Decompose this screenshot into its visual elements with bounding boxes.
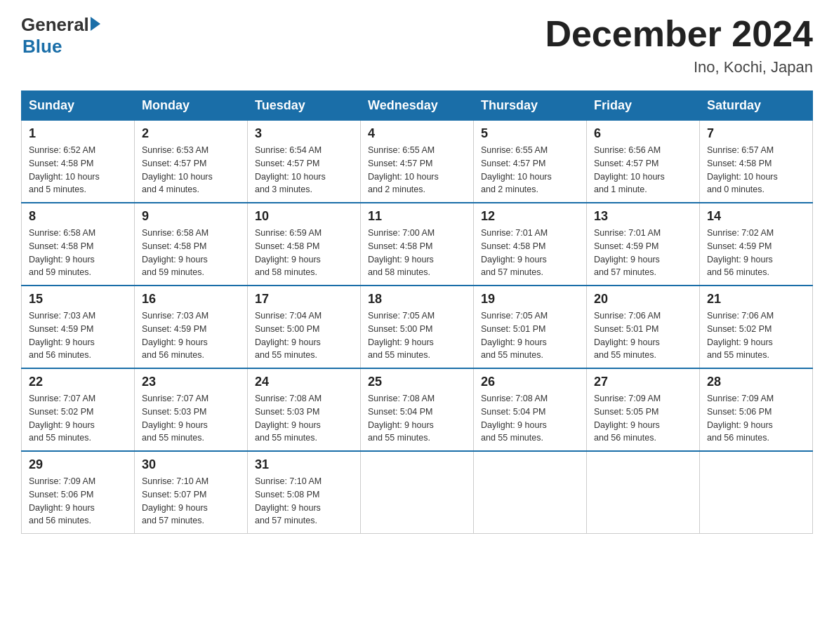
day-info: Sunrise: 6:56 AMSunset: 4:57 PMDaylight:… — [594, 144, 692, 196]
calendar-day-cell: 15Sunrise: 7:03 AMSunset: 4:59 PMDayligh… — [22, 286, 135, 368]
day-number: 1 — [29, 126, 127, 141]
day-info: Sunrise: 7:06 AMSunset: 5:02 PMDaylight:… — [707, 309, 805, 362]
day-info: Sunrise: 7:09 AMSunset: 5:06 PMDaylight:… — [29, 475, 127, 528]
calendar-day-cell: 14Sunrise: 7:02 AMSunset: 4:59 PMDayligh… — [700, 203, 813, 286]
day-info: Sunrise: 7:03 AMSunset: 4:59 PMDaylight:… — [29, 309, 127, 362]
day-info: Sunrise: 7:05 AMSunset: 5:01 PMDaylight:… — [481, 309, 579, 362]
day-number: 14 — [707, 209, 805, 224]
day-number: 25 — [368, 375, 466, 389]
day-number: 11 — [368, 209, 466, 224]
title-section: December 2024 Ino, Kochi, Japan — [545, 14, 813, 76]
day-number: 27 — [594, 375, 692, 389]
calendar-day-cell — [587, 451, 700, 534]
calendar-day-cell: 22Sunrise: 7:07 AMSunset: 5:02 PMDayligh… — [22, 368, 135, 451]
day-info: Sunrise: 7:04 AMSunset: 5:00 PMDaylight:… — [255, 309, 353, 362]
calendar-day-cell — [700, 451, 813, 534]
calendar-day-cell: 1Sunrise: 6:52 AMSunset: 4:58 PMDaylight… — [22, 121, 135, 203]
day-info: Sunrise: 7:00 AMSunset: 4:58 PMDaylight:… — [368, 227, 466, 279]
calendar-day-cell: 20Sunrise: 7:06 AMSunset: 5:01 PMDayligh… — [587, 286, 700, 368]
day-number: 9 — [142, 209, 240, 224]
day-info: Sunrise: 6:55 AMSunset: 4:57 PMDaylight:… — [368, 144, 466, 196]
calendar-day-cell: 21Sunrise: 7:06 AMSunset: 5:02 PMDayligh… — [700, 286, 813, 368]
day-number: 4 — [368, 126, 466, 141]
day-info: Sunrise: 7:05 AMSunset: 5:00 PMDaylight:… — [368, 309, 466, 362]
page-header: General Blue December 2024 Ino, Kochi, J… — [21, 14, 813, 76]
calendar-day-cell: 7Sunrise: 6:57 AMSunset: 4:58 PMDaylight… — [700, 121, 813, 203]
day-of-week-header: Saturday — [700, 91, 813, 121]
calendar-day-cell: 17Sunrise: 7:04 AMSunset: 5:00 PMDayligh… — [248, 286, 361, 368]
calendar-table: SundayMondayTuesdayWednesdayThursdayFrid… — [21, 90, 813, 534]
day-number: 8 — [29, 209, 127, 224]
day-number: 29 — [29, 457, 127, 472]
calendar-day-cell: 8Sunrise: 6:58 AMSunset: 4:58 PMDaylight… — [22, 203, 135, 286]
day-number: 6 — [594, 126, 692, 141]
day-info: Sunrise: 7:07 AMSunset: 5:03 PMDaylight:… — [142, 392, 240, 445]
calendar-day-cell: 2Sunrise: 6:53 AMSunset: 4:57 PMDaylight… — [135, 121, 248, 203]
day-info: Sunrise: 7:03 AMSunset: 4:59 PMDaylight:… — [142, 309, 240, 362]
calendar-day-cell: 3Sunrise: 6:54 AMSunset: 4:57 PMDaylight… — [248, 121, 361, 203]
day-info: Sunrise: 6:59 AMSunset: 4:58 PMDaylight:… — [255, 227, 353, 279]
calendar-week-row: 1Sunrise: 6:52 AMSunset: 4:58 PMDaylight… — [22, 121, 813, 203]
calendar-day-cell: 25Sunrise: 7:08 AMSunset: 5:04 PMDayligh… — [361, 368, 474, 451]
logo-general-text: General — [21, 14, 89, 36]
calendar-header-row: SundayMondayTuesdayWednesdayThursdayFrid… — [22, 91, 813, 121]
calendar-week-row: 8Sunrise: 6:58 AMSunset: 4:58 PMDaylight… — [22, 203, 813, 286]
day-number: 2 — [142, 126, 240, 141]
day-number: 10 — [255, 209, 353, 224]
calendar-day-cell: 16Sunrise: 7:03 AMSunset: 4:59 PMDayligh… — [135, 286, 248, 368]
day-info: Sunrise: 6:57 AMSunset: 4:58 PMDaylight:… — [707, 144, 805, 196]
day-info: Sunrise: 7:10 AMSunset: 5:08 PMDaylight:… — [255, 475, 353, 528]
day-info: Sunrise: 7:08 AMSunset: 5:03 PMDaylight:… — [255, 392, 353, 445]
day-number: 22 — [29, 375, 127, 389]
calendar-day-cell: 6Sunrise: 6:56 AMSunset: 4:57 PMDaylight… — [587, 121, 700, 203]
day-info: Sunrise: 7:07 AMSunset: 5:02 PMDaylight:… — [29, 392, 127, 445]
day-info: Sunrise: 7:02 AMSunset: 4:59 PMDaylight:… — [707, 227, 805, 279]
day-number: 13 — [594, 209, 692, 224]
day-number: 18 — [368, 292, 466, 307]
day-info: Sunrise: 7:01 AMSunset: 4:59 PMDaylight:… — [594, 227, 692, 279]
calendar-day-cell: 19Sunrise: 7:05 AMSunset: 5:01 PMDayligh… — [474, 286, 587, 368]
calendar-day-cell: 11Sunrise: 7:00 AMSunset: 4:58 PMDayligh… — [361, 203, 474, 286]
day-info: Sunrise: 7:09 AMSunset: 5:05 PMDaylight:… — [594, 392, 692, 445]
calendar-day-cell: 13Sunrise: 7:01 AMSunset: 4:59 PMDayligh… — [587, 203, 700, 286]
logo: General Blue — [21, 14, 100, 58]
day-info: Sunrise: 6:58 AMSunset: 4:58 PMDaylight:… — [29, 227, 127, 279]
day-number: 24 — [255, 375, 353, 389]
calendar-day-cell: 4Sunrise: 6:55 AMSunset: 4:57 PMDaylight… — [361, 121, 474, 203]
day-number: 12 — [481, 209, 579, 224]
calendar-day-cell: 5Sunrise: 6:55 AMSunset: 4:57 PMDaylight… — [474, 121, 587, 203]
day-info: Sunrise: 7:08 AMSunset: 5:04 PMDaylight:… — [481, 392, 579, 445]
day-info: Sunrise: 6:52 AMSunset: 4:58 PMDaylight:… — [29, 144, 127, 196]
calendar-subtitle: Ino, Kochi, Japan — [545, 58, 813, 76]
calendar-day-cell: 30Sunrise: 7:10 AMSunset: 5:07 PMDayligh… — [135, 451, 248, 534]
day-info: Sunrise: 6:54 AMSunset: 4:57 PMDaylight:… — [255, 144, 353, 196]
day-number: 16 — [142, 292, 240, 307]
calendar-day-cell — [361, 451, 474, 534]
calendar-week-row: 15Sunrise: 7:03 AMSunset: 4:59 PMDayligh… — [22, 286, 813, 368]
day-number: 19 — [481, 292, 579, 307]
day-of-week-header: Sunday — [22, 91, 135, 121]
calendar-day-cell: 23Sunrise: 7:07 AMSunset: 5:03 PMDayligh… — [135, 368, 248, 451]
day-of-week-header: Tuesday — [248, 91, 361, 121]
day-info: Sunrise: 7:01 AMSunset: 4:58 PMDaylight:… — [481, 227, 579, 279]
day-info: Sunrise: 7:06 AMSunset: 5:01 PMDaylight:… — [594, 309, 692, 362]
calendar-day-cell: 9Sunrise: 6:58 AMSunset: 4:58 PMDaylight… — [135, 203, 248, 286]
calendar-title: December 2024 — [545, 14, 813, 54]
day-of-week-header: Wednesday — [361, 91, 474, 121]
calendar-day-cell: 28Sunrise: 7:09 AMSunset: 5:06 PMDayligh… — [700, 368, 813, 451]
logo-blue-text: Blue — [22, 36, 62, 58]
calendar-week-row: 22Sunrise: 7:07 AMSunset: 5:02 PMDayligh… — [22, 368, 813, 451]
calendar-day-cell: 27Sunrise: 7:09 AMSunset: 5:05 PMDayligh… — [587, 368, 700, 451]
day-number: 7 — [707, 126, 805, 141]
calendar-day-cell: 12Sunrise: 7:01 AMSunset: 4:58 PMDayligh… — [474, 203, 587, 286]
day-info: Sunrise: 7:10 AMSunset: 5:07 PMDaylight:… — [142, 475, 240, 528]
day-of-week-header: Thursday — [474, 91, 587, 121]
day-number: 20 — [594, 292, 692, 307]
day-number: 17 — [255, 292, 353, 307]
calendar-day-cell: 26Sunrise: 7:08 AMSunset: 5:04 PMDayligh… — [474, 368, 587, 451]
day-info: Sunrise: 7:08 AMSunset: 5:04 PMDaylight:… — [368, 392, 466, 445]
day-number: 21 — [707, 292, 805, 307]
calendar-day-cell: 31Sunrise: 7:10 AMSunset: 5:08 PMDayligh… — [248, 451, 361, 534]
day-number: 15 — [29, 292, 127, 307]
calendar-day-cell: 24Sunrise: 7:08 AMSunset: 5:03 PMDayligh… — [248, 368, 361, 451]
